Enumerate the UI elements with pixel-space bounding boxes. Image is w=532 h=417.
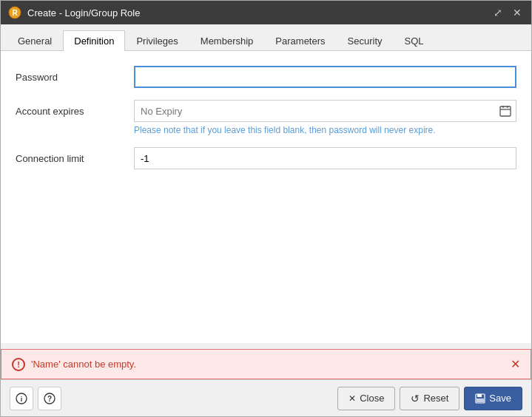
reset-icon: ↺	[411, 393, 420, 404]
tab-bar: General Definition Privileges Membership…	[1, 24, 531, 51]
close-label: Close	[360, 393, 384, 404]
svg-text:R: R	[12, 9, 18, 17]
tab-privileges[interactable]: Privileges	[125, 30, 189, 51]
account-expires-label: Account expires	[16, 106, 134, 117]
save-label: Save	[489, 393, 511, 404]
info-button[interactable]: i	[10, 387, 33, 410]
window-title: Create - Login/Group Role	[27, 7, 140, 18]
close-window-button[interactable]: ✕	[511, 6, 524, 19]
svg-text:?: ?	[47, 395, 52, 403]
main-window: R Create - Login/Group Role ⤢ ✕ General …	[0, 0, 532, 417]
tab-definition[interactable]: Definition	[63, 30, 125, 51]
calendar-icon	[499, 105, 511, 117]
error-bar: ! 'Name' cannot be empty. ✕	[1, 349, 531, 379]
maximize-button[interactable]: ⤢	[491, 6, 505, 19]
svg-text:i: i	[21, 396, 23, 403]
tab-security[interactable]: Security	[337, 30, 394, 51]
reset-label: Reset	[423, 393, 448, 404]
help-button[interactable]: ?	[38, 387, 61, 410]
info-icon: i	[16, 393, 27, 404]
tab-membership[interactable]: Membership	[189, 30, 265, 51]
reset-button[interactable]: ↺ Reset	[400, 387, 459, 410]
password-row: Password	[16, 66, 516, 88]
bottom-left-buttons: i ?	[10, 387, 61, 410]
password-label: Password	[16, 72, 134, 83]
tab-sql[interactable]: SQL	[394, 30, 435, 51]
account-expires-row: Account expires	[16, 100, 516, 122]
password-input[interactable]	[134, 66, 516, 88]
error-icon: !	[12, 358, 25, 371]
connection-limit-label: Connection limit	[16, 153, 134, 164]
help-icon: ?	[44, 393, 55, 404]
connection-limit-row: Connection limit	[16, 147, 516, 169]
error-close-button[interactable]: ✕	[511, 357, 520, 371]
title-bar-right: ⤢ ✕	[491, 6, 524, 19]
account-expires-input-wrapper	[134, 100, 516, 122]
close-button[interactable]: ✕ Close	[337, 387, 395, 410]
calendar-button[interactable]	[495, 101, 516, 121]
account-expires-input[interactable]	[135, 103, 495, 120]
error-message: 'Name' cannot be empty.	[31, 359, 136, 370]
bottom-bar: i ? ✕ Close ↺ Reset	[1, 379, 531, 416]
tab-general[interactable]: General	[7, 30, 63, 51]
save-button[interactable]: Save	[464, 387, 522, 410]
tab-parameters[interactable]: Parameters	[264, 30, 336, 51]
password-hint: Please note that if you leave this field…	[134, 125, 516, 135]
app-icon: R	[8, 6, 21, 19]
svg-rect-11	[477, 394, 482, 397]
close-icon: ✕	[349, 393, 356, 404]
svg-rect-2	[500, 106, 511, 116]
title-bar: R Create - Login/Group Role ⤢ ✕	[1, 1, 531, 24]
content-area: Password Account expires Please note tha…	[1, 51, 531, 343]
save-icon	[475, 393, 485, 404]
title-bar-left: R Create - Login/Group Role	[8, 6, 140, 19]
svg-rect-12	[477, 399, 484, 402]
bottom-right-buttons: ✕ Close ↺ Reset Save	[337, 387, 522, 410]
error-bar-left: ! 'Name' cannot be empty.	[12, 358, 136, 371]
connection-limit-input[interactable]	[134, 147, 516, 169]
